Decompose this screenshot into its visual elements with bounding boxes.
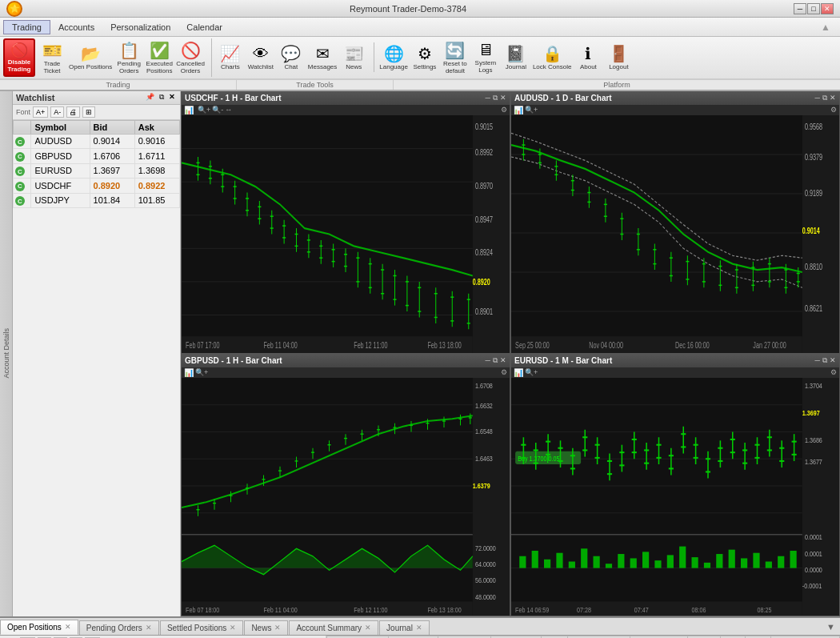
chart-settings[interactable]: ⚙	[501, 106, 507, 114]
language-button[interactable]: 🌐 Language	[378, 42, 410, 72]
svg-text:Feb 07 18:00: Feb 07 18:00	[186, 605, 220, 614]
menu-item-trading[interactable]: Trading	[3, 20, 50, 34]
chart-zoom-out[interactable]: 🔍-	[212, 106, 223, 114]
chart-audusd-type[interactable]: 📊	[514, 106, 523, 114]
chart-audusd-settings[interactable]: ⚙	[830, 106, 837, 114]
watchlist-button[interactable]: 👁 Watchlist	[246, 43, 276, 72]
watchlist-row[interactable]: C GBPUSD 1.6706 1.6711	[14, 149, 180, 164]
chart-zoom-in[interactable]: 🔍+	[198, 106, 210, 114]
chart-eurusd-close[interactable]: ✕	[830, 356, 836, 365]
chart-usdchf-close[interactable]: ✕	[500, 94, 506, 102]
chart-eurusd-zoomin[interactable]: 🔍+	[525, 368, 538, 376]
charts-button[interactable]: 📈 Charts	[215, 42, 246, 72]
chart-usdchf-minimize[interactable]: ─	[486, 94, 490, 102]
chart-eurusd-float[interactable]: ⧉	[822, 356, 827, 365]
chart-eurusd-type[interactable]: 📊	[514, 368, 523, 377]
chart-gbpusd-float[interactable]: ⧉	[493, 356, 498, 365]
tab-settled-positions-close[interactable]: ✕	[230, 624, 236, 632]
lock-console-button[interactable]: 🔒 Lock Console	[531, 42, 573, 72]
chart-audusd-body[interactable]: 0.9568 0.9379 0.9189 0.9014 0.8810 0.862…	[511, 115, 839, 353]
chart-usdchf-body[interactable]: 0.9015 0.8992 0.8970 0.8947 0.8924 0.892…	[182, 115, 510, 353]
tab-news[interactable]: News ✕	[244, 620, 288, 635]
font-decrease-button[interactable]: A-	[50, 106, 64, 118]
tabs-overflow[interactable]: ▼	[822, 620, 840, 633]
chart-eurusd-settings[interactable]: ⚙	[830, 368, 837, 376]
chart-gbpusd-close[interactable]: ✕	[500, 356, 506, 365]
chart-audusd-float[interactable]: ⧉	[822, 94, 827, 102]
open-positions-icon: 📂	[81, 44, 101, 63]
chart-type-icon[interactable]: 📊	[184, 106, 194, 114]
chart-gbpusd-title: GBPUSD - 1 H - Bar Chart	[185, 356, 282, 365]
chart-move[interactable]: ↔	[225, 106, 232, 114]
pending-orders-button[interactable]: 📋 PendingOrders	[114, 39, 144, 76]
tab-journal-close[interactable]: ✕	[416, 624, 422, 632]
system-logs-button[interactable]: 🖥 SystemLogs	[470, 39, 501, 75]
watchlist-row[interactable]: C USDCHF 0.8920 0.8922	[14, 179, 180, 194]
svg-text:1.6379: 1.6379	[473, 480, 490, 489]
chart-audusd-close[interactable]: ✕	[830, 94, 836, 102]
menu-item-personalization[interactable]: Personalization	[102, 21, 178, 34]
chart-eurusd-body[interactable]: Buy 1.3700[0.05]	[511, 378, 839, 616]
tab-open-positions-close[interactable]: ✕	[65, 623, 71, 631]
svg-rect-85	[511, 115, 802, 353]
open-positions-button[interactable]: 📂 Open Positions	[67, 42, 114, 72]
chart-gbpusd-body[interactable]: Feb 07 18:00 Feb 11 04:00 Feb 12 11:00 F…	[182, 378, 510, 616]
watchlist-row[interactable]: C EURUSD 1.3697 1.3698	[14, 163, 180, 179]
toolbar: 🚫 DisableTrading 🎫 TradeTicket 📂 Open Po…	[0, 37, 840, 91]
tab-account-summary-close[interactable]: ✕	[365, 624, 371, 632]
svg-rect-315	[741, 558, 747, 568]
tab-pending-orders-close[interactable]: ✕	[146, 624, 152, 632]
disable-trading-button[interactable]: 🚫 DisableTrading	[3, 38, 35, 77]
minimize-button[interactable]: ─	[794, 3, 806, 14]
chart-eurusd-minimize[interactable]: ─	[815, 356, 820, 365]
logout-icon: 🚪	[609, 44, 629, 63]
journal-button[interactable]: 📓 Journal	[501, 42, 531, 72]
tab-news-close[interactable]: ✕	[274, 624, 281, 632]
menu-item-calendar[interactable]: Calendar	[178, 21, 230, 34]
svg-text:07:28: 07:28	[577, 605, 591, 614]
watchlist-row[interactable]: C USDJPY 101.84 101.85	[14, 193, 180, 208]
watchlist-ask: 0.8922	[134, 179, 179, 194]
chart-gbpusd-minimize[interactable]: ─	[486, 356, 490, 365]
svg-text:Sep 25 00:00: Sep 25 00:00	[515, 340, 550, 350]
about-button[interactable]: ℹ About	[573, 42, 603, 72]
reset-button[interactable]: 🔄 Reset todefault	[440, 39, 470, 76]
svg-rect-318	[778, 556, 784, 568]
chart-audusd-zoomin[interactable]: 🔍+	[525, 106, 538, 114]
svg-text:Jan 27 00:00: Jan 27 00:00	[753, 340, 786, 350]
print-button[interactable]: 🖨	[66, 106, 80, 118]
watchlist-row[interactable]: C AUDUSD 0.9014 0.9016	[14, 134, 180, 149]
tab-account-summary[interactable]: Account Summary ✕	[289, 620, 378, 635]
chat-label: Chat	[284, 63, 298, 70]
chart-gbpusd-settings[interactable]: ⚙	[501, 368, 507, 376]
app-logo: ⭐	[6, 1, 22, 17]
chart-audusd-minimize[interactable]: ─	[815, 94, 820, 102]
grid-button[interactable]: ⊞	[82, 106, 95, 118]
chart-gbpusd-type[interactable]: 📊	[184, 368, 194, 377]
messages-button[interactable]: ✉ Messages	[306, 42, 338, 72]
tab-journal[interactable]: Journal ✕	[379, 620, 430, 635]
trade-ticket-button[interactable]: 🎫 TradeTicket	[37, 39, 67, 76]
close-button[interactable]: ✕	[821, 3, 834, 14]
cancelled-orders-button[interactable]: 🚫 CancelledOrders	[174, 39, 206, 76]
executed-positions-button[interactable]: ✅ ExecutedPositions	[144, 39, 174, 76]
watchlist-close-icon[interactable]: ✕	[167, 93, 177, 102]
menu-collapse[interactable]: ▲	[821, 22, 837, 33]
font-increase-button[interactable]: A+	[33, 106, 48, 118]
menu-item-accounts[interactable]: Accounts	[50, 21, 102, 34]
watchlist-float-icon[interactable]: ⧉	[158, 93, 166, 102]
tab-settled-positions[interactable]: Settled Positions ✕	[160, 620, 244, 635]
news-button[interactable]: 📰 News	[338, 42, 369, 72]
tab-open-positions[interactable]: Open Positions ✕	[0, 620, 78, 635]
chat-button[interactable]: 💬 Chat	[276, 42, 306, 72]
maximize-button[interactable]: □	[807, 3, 820, 14]
account-details-sidebar[interactable]: Account Details	[0, 91, 13, 616]
chart-gbpusd-zoomin[interactable]: 🔍+	[195, 368, 208, 376]
settings-button[interactable]: ⚙ Settings	[410, 42, 440, 72]
chart-audusd-toolbar: 📊 🔍+ ⚙	[511, 105, 839, 115]
chart-usdchf-float[interactable]: ⧉	[493, 94, 498, 102]
watchlist-pin-icon[interactable]: 📌	[144, 93, 156, 102]
tab-pending-orders[interactable]: Pending Orders ✕	[79, 620, 159, 635]
logout-button[interactable]: 🚪 Logout	[603, 42, 634, 72]
col-header-bid: Bid	[90, 120, 134, 134]
